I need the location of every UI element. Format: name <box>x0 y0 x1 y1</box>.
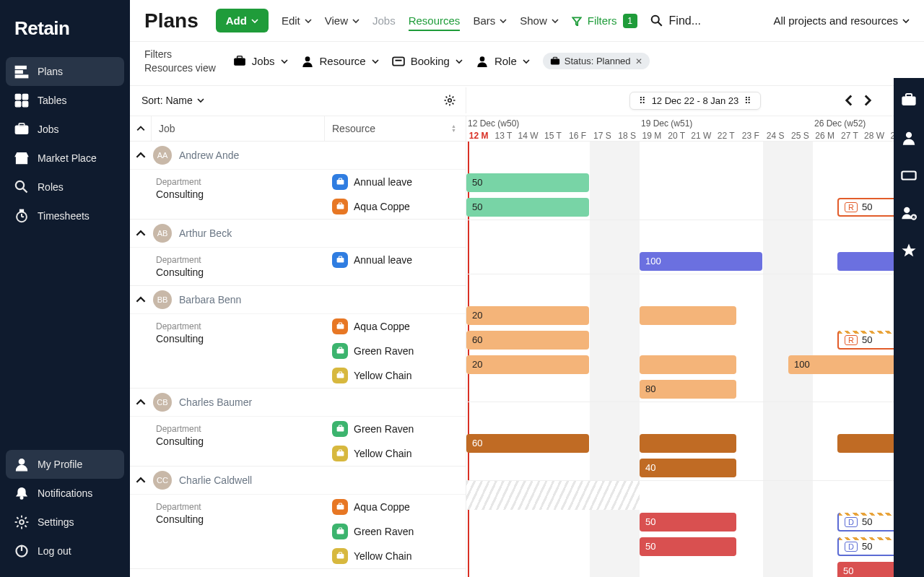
date-range-pill[interactable]: ⠿ 12 Dec 22 - 8 Jan 23 ⠿ <box>629 92 762 110</box>
nav-my-profile[interactable]: My Profile <box>6 450 124 479</box>
booking-bar[interactable]: 60 <box>466 434 589 453</box>
resource-header[interactable]: AAAndrew Ande <box>130 142 466 170</box>
collapse-icon[interactable] <box>136 475 146 485</box>
job-row[interactable]: Yellow Chain <box>325 544 466 568</box>
prev-range[interactable] <box>843 95 855 106</box>
filter-role[interactable]: Role <box>476 55 530 68</box>
tab-jobs[interactable]: Jobs <box>372 14 396 27</box>
filter-resource[interactable]: Resource <box>301 55 379 68</box>
bar-flag: R <box>845 202 858 212</box>
filter-bar: Filters Resources view Jobs Resource Boo… <box>130 42 924 86</box>
job-row[interactable]: Aqua Coppe <box>325 495 466 519</box>
job-row[interactable]: Aqua Coppe <box>325 194 466 219</box>
find-button[interactable]: Find... <box>650 14 701 27</box>
nav-tables[interactable]: Tables <box>6 86 124 115</box>
scope-selector[interactable]: All projects and resources <box>773 14 910 27</box>
resource-header[interactable]: CBCharles Baumer <box>130 389 466 417</box>
job-row[interactable]: Annual leave <box>325 170 466 194</box>
collapse-icon[interactable] <box>136 228 146 238</box>
chip-remove[interactable]: ✕ <box>635 56 642 66</box>
menu-view[interactable]: View <box>325 14 359 27</box>
resource-header[interactable]: CCCharlie Caldwell <box>130 467 466 495</box>
person-icon <box>476 55 489 68</box>
status-chip[interactable]: Status: Planned ✕ <box>543 53 650 69</box>
booking-bar[interactable] <box>640 306 736 325</box>
resource-header[interactable]: BBBarbara Benn <box>130 286 466 314</box>
job-row[interactable]: Green Raven <box>325 339 466 363</box>
day-label: 24 S <box>763 131 788 141</box>
job-icon <box>332 446 348 461</box>
booking-bar[interactable]: 80 <box>640 380 736 399</box>
resource-name[interactable]: Charlie Caldwell <box>179 474 252 486</box>
booking-bar[interactable]: 40 <box>640 459 736 477</box>
resource-name[interactable]: Barbara Benn <box>179 294 241 305</box>
job-row[interactable]: Aqua Coppe <box>325 314 466 339</box>
search-icon <box>650 14 663 27</box>
booking-bar[interactable]: 50 <box>640 537 736 556</box>
booking-bar[interactable]: D50 <box>837 537 894 556</box>
col-header-job[interactable]: Job <box>152 116 325 141</box>
rail-star-icon[interactable] <box>901 243 917 259</box>
nav-jobs[interactable]: Jobs <box>6 115 124 144</box>
settings-icon <box>14 515 29 529</box>
booking-bar[interactable]: R50 <box>837 331 894 350</box>
resource-header[interactable]: ABArthur Beck <box>130 220 466 248</box>
nav-timesheets[interactable]: Timesheets <box>6 201 124 230</box>
market place-icon <box>14 151 29 165</box>
collapse-icon[interactable] <box>136 150 146 160</box>
topbar: Plans Add Edit View Jobs Resources Bars … <box>130 0 924 42</box>
nav-settings[interactable]: Settings <box>6 508 124 537</box>
menu-bars[interactable]: Bars <box>473 14 507 27</box>
filters-count-badge: 1 <box>623 14 637 28</box>
rail-person-icon[interactable] <box>901 130 917 146</box>
filter-jobs[interactable]: Jobs <box>233 55 288 68</box>
next-range[interactable] <box>862 95 873 106</box>
booking-bar[interactable] <box>640 355 736 374</box>
booking-bar[interactable]: 50 <box>466 198 589 217</box>
booking-bar[interactable]: D50 <box>837 513 894 532</box>
job-row[interactable]: Yellow Chain <box>325 441 466 466</box>
booking-bar[interactable] <box>837 434 894 453</box>
collapse-icon[interactable] <box>136 295 146 305</box>
booking-bar[interactable]: 50 <box>640 513 736 532</box>
col-header-resource[interactable]: Resource▲▼ <box>325 116 466 141</box>
resource-name[interactable]: Andrew Ande <box>179 149 239 161</box>
booking-bar[interactable]: R50 <box>837 198 894 217</box>
avatar: BB <box>153 290 172 309</box>
collapse-all-icon[interactable] <box>136 126 145 131</box>
filter-booking[interactable]: Booking <box>392 55 463 68</box>
nav-plans[interactable]: Plans <box>6 57 124 86</box>
booking-bar[interactable]: 100 <box>788 355 894 374</box>
add-button[interactable]: Add <box>216 9 269 32</box>
nav-roles[interactable]: Roles <box>6 173 124 201</box>
nav-log-out[interactable]: Log out <box>6 537 124 565</box>
rail-person-help-icon[interactable] <box>901 205 917 221</box>
menu-edit[interactable]: Edit <box>282 14 312 27</box>
job-icon <box>332 368 348 383</box>
collapse-icon[interactable] <box>136 397 146 407</box>
booking-bar[interactable]: 100 <box>640 252 762 271</box>
booking-bar[interactable]: 50 <box>837 562 894 577</box>
booking-bar[interactable] <box>837 252 894 271</box>
job-row[interactable]: Yellow Chain <box>325 363 466 388</box>
settings-icon[interactable] <box>444 95 456 106</box>
rail-ticket-icon[interactable] <box>901 168 917 183</box>
tab-resources[interactable]: Resources <box>409 14 461 31</box>
resource-name[interactable]: Charles Baumer <box>179 396 252 408</box>
booking-bar[interactable]: 60 <box>466 331 589 350</box>
job-row[interactable]: Green Raven <box>325 519 466 544</box>
booking-bar[interactable]: 50 <box>466 173 589 192</box>
booking-bar[interactable] <box>640 434 736 453</box>
booking-bar[interactable]: 20 <box>466 306 589 325</box>
resource-name[interactable]: Arthur Beck <box>179 227 232 239</box>
filters-button[interactable]: Filters 1 <box>572 14 637 28</box>
job-row[interactable]: Annual leave <box>325 248 466 272</box>
booking-bar[interactable]: 20 <box>466 355 589 374</box>
job-icon <box>332 524 348 539</box>
rail-briefcase-icon[interactable] <box>901 92 917 108</box>
sort-selector[interactable]: Sort: Name <box>141 95 204 106</box>
job-row[interactable]: Green Raven <box>325 417 466 441</box>
nav-market-place[interactable]: Market Place <box>6 144 124 173</box>
menu-show[interactable]: Show <box>520 14 559 27</box>
nav-notifications[interactable]: Notifications <box>6 479 124 508</box>
